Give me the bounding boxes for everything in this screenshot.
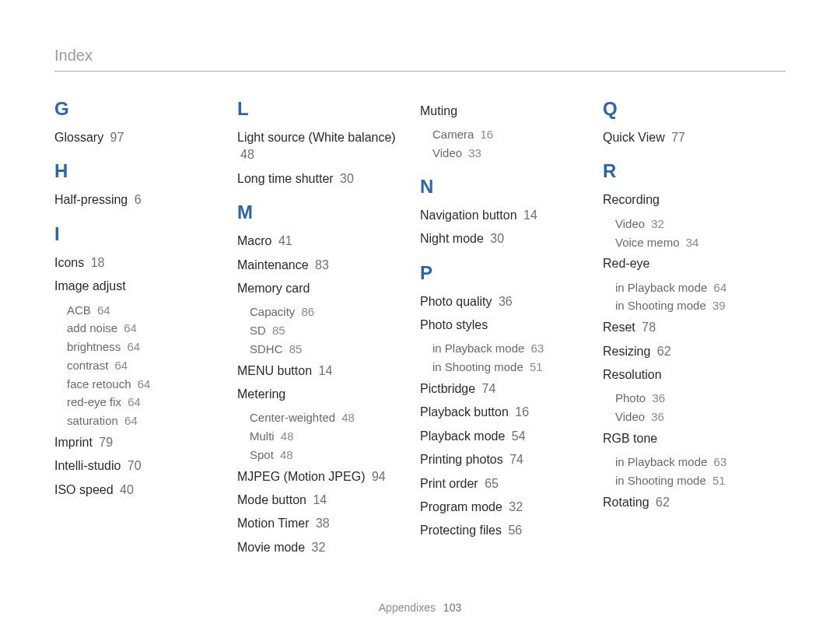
index-letter: R <box>603 160 778 182</box>
index-subentry: in Shooting mode 51 <box>615 472 778 489</box>
subentry-term: contrast <box>67 359 108 372</box>
index-entry: Printing photos 74 <box>420 451 595 468</box>
entry-page: 78 <box>642 321 656 334</box>
subentry-page: 64 <box>124 321 137 335</box>
index-entry: Print order 65 <box>420 475 595 492</box>
entry-term: Night mode <box>420 232 484 245</box>
entry-page: 83 <box>315 258 329 271</box>
index-subentry: Camera 16 <box>432 126 595 143</box>
index-entry: Half-pressing 6 <box>54 191 229 208</box>
index-entry: Maintenance 83 <box>237 257 412 274</box>
subentry-term: Camera <box>432 128 474 141</box>
entry-term: Memory card <box>237 282 310 295</box>
index-subentry: Spot 48 <box>250 447 412 464</box>
entry-page: 74 <box>509 453 523 466</box>
entry-term: RGB tone <box>603 432 657 445</box>
entry-term: Glossary <box>54 131 103 144</box>
entry-term: MJPEG (Motion JPEG) <box>237 470 365 483</box>
subentry-page: 16 <box>481 128 494 141</box>
subentry-term: Multi <box>250 429 275 443</box>
subentry-term: Video <box>615 217 645 230</box>
subentry-term: brightness <box>67 340 121 353</box>
index-subentry: SDHC 85 <box>250 341 412 358</box>
entry-page: 14 <box>523 208 537 222</box>
entry-term: Pictbridge <box>420 382 475 395</box>
entry-page: 48 <box>240 148 254 161</box>
index-entry: Image adjust <box>54 278 229 295</box>
subentry-page: 48 <box>281 429 294 443</box>
subentry-page: 64 <box>127 340 140 353</box>
subentry-page: 64 <box>124 414 138 427</box>
index-entry: Playback mode 54 <box>420 428 595 445</box>
entry-term: Macro <box>237 234 271 247</box>
index-entry: Icons 18 <box>54 254 229 271</box>
subentry-page: 86 <box>302 305 315 318</box>
index-subentry: Video 33 <box>432 145 595 162</box>
index-entry: Long time shutter 30 <box>237 170 412 187</box>
subentry-term: in Shooting mode <box>615 474 706 487</box>
entry-page: 36 <box>499 295 513 308</box>
index-subentry: Capacity 86 <box>250 303 412 321</box>
index-entry: Imprint 79 <box>54 434 229 451</box>
entry-term: Movie mode <box>237 541 305 554</box>
entry-page: 38 <box>316 517 330 530</box>
entry-term: Printing photos <box>420 453 503 466</box>
subentry-page: 51 <box>712 474 726 487</box>
entry-term: Metering <box>237 387 285 401</box>
subentry-term: Center-weighted <box>250 411 335 424</box>
entry-page: 65 <box>485 477 499 490</box>
entry-term: ISO speed <box>54 483 114 496</box>
entry-term: Intelli-studio <box>54 459 121 472</box>
entry-term: Imprint <box>54 436 93 449</box>
index-subentry: Video 32 <box>615 215 778 233</box>
subentry-page: 48 <box>280 448 293 461</box>
entry-term: Recording <box>603 193 660 206</box>
index-entry: Pictbridge 74 <box>420 380 595 398</box>
index-subentry: saturation 64 <box>67 412 229 429</box>
entry-term: Icons <box>54 256 84 269</box>
entry-term: Image adjust <box>54 279 126 292</box>
index-entry: Resizing 62 <box>603 343 778 360</box>
index-subentry: SD 85 <box>250 322 412 339</box>
subentry-page: 51 <box>530 360 543 373</box>
entry-page: 77 <box>671 131 685 144</box>
index-subentry: in Playback mode 63 <box>432 340 595 357</box>
entry-page: 16 <box>515 405 529 419</box>
index-subentry: in Shooting mode 39 <box>615 297 778 314</box>
entry-term: Light source (White balance) <box>237 131 396 144</box>
page-title: Index <box>54 47 786 72</box>
subentry-term: in Playback mode <box>615 455 707 468</box>
index-entry: Resolution <box>603 366 778 384</box>
index-entry: Photo styles <box>420 317 595 334</box>
entry-term: Long time shutter <box>237 172 334 185</box>
index-entry: Reset 78 <box>603 319 778 336</box>
subentry-page: 64 <box>714 281 727 294</box>
index-subentry: Center-weighted 48 <box>250 409 412 426</box>
index-column: GGlossary 97HHalf-pressing 6IIcons 18Ima… <box>54 98 237 562</box>
index-entry: Recording <box>603 191 778 208</box>
entry-term: Muting <box>420 104 457 117</box>
subentry-page: 63 <box>531 342 544 355</box>
entry-page: 6 <box>135 193 142 206</box>
entry-term: Red-eye <box>603 257 649 270</box>
subentry-term: in Playback mode <box>432 342 524 355</box>
entry-term: Motion Timer <box>237 517 309 530</box>
subentry-term: Capacity <box>250 305 295 318</box>
entry-term: Reset <box>603 321 635 334</box>
index-entry: Intelli-studio 70 <box>54 457 229 475</box>
entry-page: 30 <box>340 172 354 185</box>
entry-term: Navigation button <box>420 208 517 222</box>
index-columns: GGlossary 97HHalf-pressing 6IIcons 18Ima… <box>54 98 786 562</box>
index-entry: Quick View 77 <box>603 129 778 146</box>
subentry-page: 34 <box>686 236 699 249</box>
entry-page: 30 <box>490 232 504 245</box>
index-entry: Macro 41 <box>237 233 412 250</box>
index-subentry: brightness 64 <box>67 338 229 356</box>
index-entry: Playback button 16 <box>420 404 595 421</box>
index-letter: M <box>237 201 412 223</box>
entry-page: 62 <box>657 345 671 358</box>
subentry-term: Video <box>432 146 462 159</box>
entry-page: 70 <box>128 459 142 472</box>
index-entry: Protecting files 56 <box>420 522 595 539</box>
entry-term: Program mode <box>420 500 502 513</box>
